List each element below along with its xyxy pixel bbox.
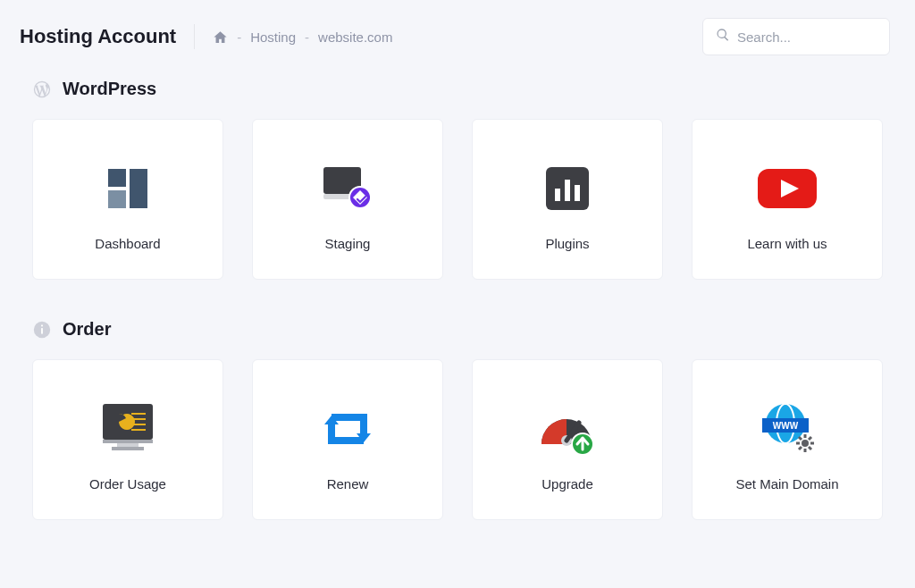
- svg-rect-10: [575, 185, 580, 201]
- home-icon[interactable]: [213, 29, 228, 45]
- svg-rect-14: [41, 324, 43, 326]
- svg-rect-21: [131, 424, 146, 425]
- card-set-main-domain[interactable]: WWW Set Main Domain: [692, 359, 883, 520]
- svg-rect-8: [555, 189, 560, 201]
- search-box[interactable]: [702, 18, 890, 55]
- card-staging[interactable]: Staging: [252, 119, 443, 280]
- card-order-usage[interactable]: Order Usage: [32, 359, 223, 520]
- search-input[interactable]: [737, 29, 877, 45]
- card-upgrade[interactable]: Upgrade: [472, 359, 663, 520]
- svg-text:WWW: WWW: [773, 421, 799, 431]
- svg-rect-1: [130, 169, 147, 208]
- breadcrumb: - Hosting - website.com: [213, 29, 392, 45]
- svg-rect-17: [117, 443, 139, 447]
- youtube-icon: [756, 148, 818, 229]
- section-wordpress: WordPress Dashboard: [0, 79, 915, 280]
- svg-line-38: [809, 437, 811, 440]
- svg-rect-20: [131, 418, 146, 420]
- breadcrumb-sep: -: [305, 29, 309, 45]
- svg-line-36: [799, 437, 802, 440]
- dashboard-icon: [103, 148, 153, 229]
- svg-rect-22: [131, 429, 146, 431]
- card-label: Dashboard: [95, 236, 160, 251]
- section-title: WordPress: [63, 79, 156, 99]
- svg-rect-9: [565, 180, 570, 201]
- svg-point-31: [802, 440, 809, 447]
- card-plugins[interactable]: Plugins: [472, 119, 663, 280]
- svg-line-37: [809, 447, 811, 449]
- breadcrumb-item-hosting[interactable]: Hosting: [250, 29, 296, 45]
- search-icon: [716, 28, 737, 46]
- page-title: Hosting Account: [20, 24, 195, 49]
- svg-rect-13: [41, 328, 43, 333]
- card-renew[interactable]: Renew: [252, 359, 443, 520]
- staging-icon: [318, 148, 377, 229]
- svg-rect-16: [103, 440, 153, 443]
- section-header-wordpress: WordPress: [32, 79, 883, 99]
- header: Hosting Account - Hosting - website.com: [0, 0, 915, 73]
- svg-rect-0: [108, 169, 126, 187]
- card-label: Set Main Domain: [735, 476, 838, 491]
- svg-rect-2: [108, 190, 126, 208]
- section-title: Order: [63, 319, 111, 340]
- renew-icon: [319, 389, 376, 469]
- info-icon: [32, 320, 52, 340]
- svg-line-39: [799, 447, 802, 449]
- upgrade-icon: [536, 389, 599, 469]
- card-label: Renew: [327, 476, 369, 491]
- breadcrumb-item-domain[interactable]: website.com: [318, 29, 392, 45]
- card-grid-wordpress: Dashboard Staging: [32, 119, 883, 280]
- plugins-icon: [542, 148, 592, 229]
- section-order: Order Order Usage: [0, 319, 915, 520]
- card-label: Learn with us: [747, 236, 827, 251]
- svg-rect-19: [131, 413, 146, 415]
- breadcrumb-sep: -: [237, 29, 241, 45]
- set-main-domain-icon: WWW: [755, 389, 819, 469]
- card-label: Plugins: [545, 236, 589, 251]
- card-label: Staging: [325, 236, 371, 251]
- card-learn-with-us[interactable]: Learn with us: [692, 119, 883, 280]
- card-dashboard[interactable]: Dashboard: [32, 119, 223, 280]
- card-label: Upgrade: [541, 476, 593, 491]
- wordpress-icon: [32, 80, 52, 99]
- svg-rect-18: [112, 447, 144, 450]
- card-label: Order Usage: [89, 476, 166, 491]
- card-grid-order: Order Usage Renew: [32, 359, 883, 520]
- section-header-order: Order: [32, 319, 883, 340]
- order-usage-icon: [96, 389, 160, 469]
